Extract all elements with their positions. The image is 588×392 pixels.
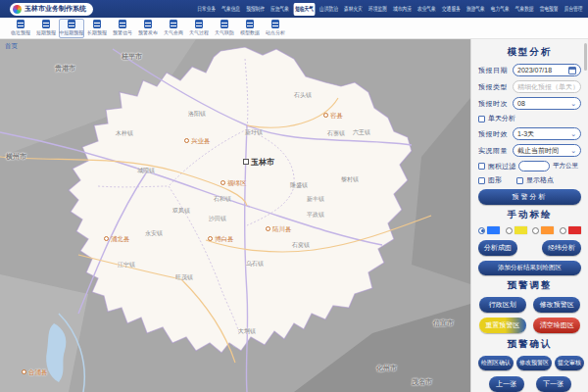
app-window: 玉林市业务制作系统 日常业务气象信息预报制作应急气象短临天气山洪防治森林火灾环境… <box>0 0 588 392</box>
chevron-down-icon: ⌄ <box>570 100 576 108</box>
radio-icon[interactable] <box>478 227 485 234</box>
draw-color-option[interactable] <box>506 226 527 234</box>
map-place-label: 浦北县 <box>104 236 130 243</box>
document-icon <box>271 20 279 28</box>
rainfall-value: 截止当前时间 <box>517 146 559 156</box>
warning-confirm-button[interactable]: 修改预警区 <box>516 356 552 370</box>
warning-confirm-button[interactable]: 提交审核 <box>555 356 584 370</box>
warning-adjust-button[interactable]: 修改预警区 <box>533 297 580 313</box>
main-menu-item[interactable]: 预报制作 <box>245 3 267 16</box>
panel-title: 模型分析 <box>478 46 581 59</box>
app-logo[interactable]: 玉林市业务制作系统 <box>10 3 93 16</box>
radio-icon[interactable] <box>560 227 566 234</box>
forecast-date-value: 2023/07/18 <box>517 67 552 74</box>
manual-draw-button[interactable]: 分析成图 <box>478 240 517 256</box>
main-menu: 日常业务气象信息预报制作应急气象短临天气山洪防治森林火灾环境监测城市内涝农业气象… <box>196 0 584 18</box>
toolbar-item[interactable]: 预警信号 <box>110 19 135 38</box>
app-title: 玉林市业务制作系统 <box>24 4 86 14</box>
toolbar-item[interactable]: 天气会商 <box>161 19 186 38</box>
area-filter-checkbox[interactable] <box>478 163 485 170</box>
toolbar-item[interactable]: 短期预报 <box>33 19 59 38</box>
toolbar-item-label: 站点分析 <box>266 29 285 35</box>
single-day-label: 单天分析 <box>488 114 515 123</box>
show-grid-checkbox[interactable] <box>516 177 523 184</box>
map-place-label: 石头镇 <box>294 92 312 98</box>
chevron-down-icon: ⌄ <box>570 130 576 138</box>
map-place-label: 平政镇 <box>307 212 324 218</box>
model-analysis-panel: 模型分析 预报日期 2023/07/18 预报类型 预报时次 08 ⌄ 单天分析 <box>470 39 588 392</box>
area-filter-input[interactable] <box>518 161 550 172</box>
graphic-checkbox[interactable] <box>478 177 485 184</box>
pagination-row: 上一张 下一张 <box>478 376 581 392</box>
main-menu-item[interactable]: 电力气象 <box>489 3 511 16</box>
manual-draw-buttons: 分析成图经纬分析 <box>478 240 581 256</box>
map-place-label: 玉林市 <box>243 159 274 167</box>
toolbar-item[interactable]: 站点分析 <box>263 19 288 38</box>
panel-scrollbar[interactable] <box>584 43 587 71</box>
draw-color-option[interactable] <box>532 226 554 234</box>
warning-adjust-button[interactable]: 清空绘图区 <box>533 318 580 333</box>
manual-draw-button[interactable]: 经纬分析 <box>542 240 581 256</box>
toolbar-item[interactable]: 中短期预报 <box>59 19 84 38</box>
single-day-checkbox[interactable] <box>478 116 485 122</box>
forecast-date-field[interactable]: 2023/07/18 <box>513 64 581 76</box>
map-place-label: 新丰镇 <box>307 196 324 202</box>
warning-confirm-button[interactable]: 绘图区确认 <box>478 356 514 370</box>
main-menu-item[interactable]: 山洪防治 <box>318 3 340 16</box>
warning-analysis-button[interactable]: 预警分析 <box>478 189 581 205</box>
validity-select[interactable]: 1-3天 ⌄ <box>513 127 581 140</box>
map-place-label: 洛阳镇 <box>188 111 206 117</box>
area-filter-unit: 平方公里 <box>553 162 578 171</box>
toolbar-item[interactable]: 长期预报 <box>84 19 110 38</box>
warning-confirm-title: 预警确认 <box>478 338 581 351</box>
toolbar-item[interactable]: 临近预报 <box>8 19 33 38</box>
draw-color-option[interactable] <box>478 226 500 234</box>
map-place-label: 隆盛镇 <box>290 182 308 188</box>
main-menu-item[interactable]: 农业气象 <box>416 3 437 16</box>
toolbar-item[interactable]: 天气联防 <box>212 19 237 38</box>
main-menu-item[interactable]: 森林火灾 <box>343 3 365 16</box>
warning-adjust-button[interactable]: 行政区划 <box>479 297 526 313</box>
toolbar-item-label: 天气过程 <box>189 29 209 35</box>
calendar-icon[interactable] <box>568 67 576 74</box>
single-day-option[interactable]: 单天分析 <box>478 114 581 123</box>
main-menu-item[interactable]: 应急气象 <box>270 3 291 16</box>
main-menu-item[interactable]: 短临天气 <box>294 3 316 16</box>
main-menu-item[interactable]: 环境监测 <box>367 3 388 16</box>
toolbar-item-label: 短期预报 <box>36 29 56 35</box>
map-place-label: 信宜市 <box>433 319 454 326</box>
toolbar-item-label: 预警发布 <box>138 29 158 35</box>
main-menu-item[interactable]: 雷电预警 <box>538 3 560 16</box>
draw-color-option[interactable] <box>560 226 581 234</box>
forecast-type-field[interactable] <box>513 80 581 93</box>
map-canvas[interactable]: 首页 <box>0 39 470 392</box>
main-menu-item[interactable]: 交通服务 <box>440 3 462 16</box>
map-place-label: 黎村镇 <box>341 176 359 182</box>
prev-button[interactable]: 上一张 <box>489 376 524 392</box>
validity-label: 预报时效 <box>478 129 510 139</box>
document-icon <box>170 20 177 28</box>
rainfall-select[interactable]: 截止当前时间 ⌄ <box>513 144 581 157</box>
main-menu-item[interactable]: 气象数据 <box>514 3 535 16</box>
toolbar-item[interactable]: 天气过程 <box>186 19 212 38</box>
radio-icon[interactable] <box>506 227 513 234</box>
map-place-label: 沙田镇 <box>209 216 226 221</box>
document-icon <box>42 20 50 28</box>
toolbar-item[interactable]: 模型数据 <box>237 19 263 38</box>
warning-adjust-button[interactable]: 重置预警区 <box>479 318 526 333</box>
main-menu-item[interactable]: 气象信息 <box>220 3 242 16</box>
radio-icon[interactable] <box>532 227 539 234</box>
forecast-type-input[interactable] <box>517 83 576 90</box>
map-place-label: 贵港市 <box>55 65 75 72</box>
breadcrumb[interactable]: 首页 <box>5 42 18 51</box>
main-menu-item[interactable]: 城市内涝 <box>391 3 413 16</box>
main-menu-item[interactable]: 旅游气象 <box>465 3 486 16</box>
next-button[interactable]: 下一张 <box>536 376 571 392</box>
main-menu-item[interactable]: 后台管理 <box>563 3 584 16</box>
toolbar-item-label: 长期预报 <box>87 29 107 35</box>
map-place-label: 兴业县 <box>184 138 211 145</box>
toolbar-item[interactable]: 预警发布 <box>135 19 161 38</box>
forecast-time-select[interactable]: 08 ⌄ <box>513 97 581 110</box>
add-analysis-result-button[interactable]: 添加分析结果到绘图区 <box>478 261 581 275</box>
main-menu-item[interactable]: 日常业务 <box>196 3 218 16</box>
